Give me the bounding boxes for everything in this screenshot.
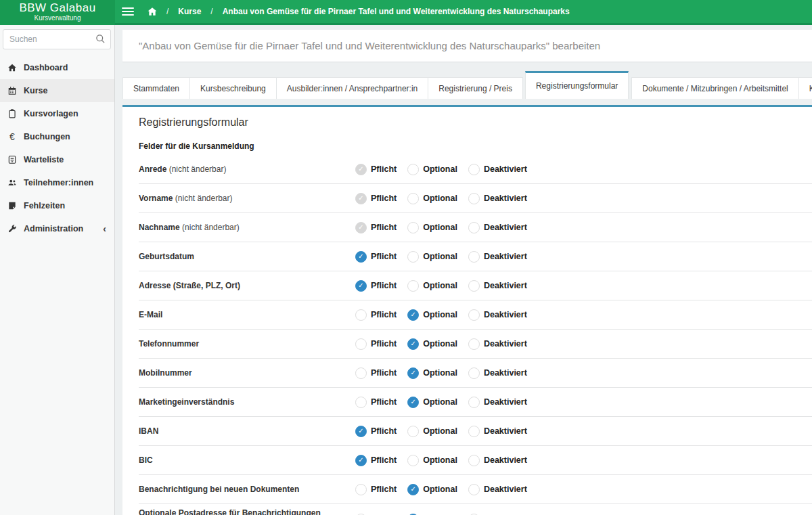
radio-option-pflicht[interactable]: ✓ Pflicht xyxy=(355,455,397,466)
panel-subheading: Felder für die Kursanmeldung xyxy=(139,141,812,151)
radio-deaktiviert[interactable] xyxy=(468,397,480,408)
tab-stammdaten[interactable]: Stammdaten xyxy=(122,77,190,99)
radio-option-pflicht[interactable]: Pflicht xyxy=(355,367,397,379)
tab-registrierungsformular[interactable]: Registrierungsformular xyxy=(525,71,629,99)
radio-deaktiviert[interactable] xyxy=(468,251,480,263)
radio-deaktiviert[interactable] xyxy=(468,484,480,495)
radio-deaktiviert[interactable] xyxy=(468,367,480,379)
radio-optional[interactable] xyxy=(407,164,419,175)
radio-option-optional[interactable]: ✓ Optional xyxy=(407,484,457,495)
radio-pflicht[interactable]: ✓ xyxy=(355,455,367,466)
radio-option-deaktiviert[interactable]: Deaktiviert xyxy=(468,367,527,379)
radio-pflicht[interactable] xyxy=(355,309,367,321)
radio-deaktiviert[interactable] xyxy=(468,193,480,204)
sidebar-item-teilnehmer-innen[interactable]: Teilnehmer:innen ‹ xyxy=(0,171,114,194)
brand-subtitle: Kursverwaltung xyxy=(0,14,115,22)
search-input[interactable] xyxy=(3,29,111,49)
search-icon[interactable] xyxy=(95,34,106,47)
radio-option-optional[interactable]: Optional xyxy=(407,222,457,233)
sidebar-item-buchungen[interactable]: € Buchungen ‹ xyxy=(0,125,114,148)
radio-pflicht[interactable] xyxy=(355,484,367,495)
radio-option-pflicht[interactable]: Pflicht xyxy=(355,484,397,495)
radio-option-deaktiviert[interactable]: Deaktiviert xyxy=(468,338,527,350)
radio-optional[interactable] xyxy=(407,455,419,466)
radio-option-optional[interactable]: Optional xyxy=(407,455,457,466)
radio-option-optional[interactable]: Optional xyxy=(407,280,457,292)
radio-optional[interactable]: ✓ xyxy=(407,367,419,379)
radio-option-pflicht[interactable]: ✓ Pflicht xyxy=(355,251,397,263)
radio-pflicht: ✓ xyxy=(355,193,367,204)
sidebar-item-administration[interactable]: Administration ‹ xyxy=(0,217,114,240)
radio-deaktiviert[interactable] xyxy=(468,164,480,175)
radio-option-pflicht[interactable]: Pflicht xyxy=(355,309,397,321)
radio-option-deaktiviert[interactable]: Deaktiviert xyxy=(468,222,527,233)
radio-option-label: Pflicht xyxy=(371,339,397,349)
radio-optional[interactable]: ✓ xyxy=(407,484,419,495)
radio-option-optional[interactable]: Optional xyxy=(407,164,457,175)
radio-pflicht[interactable]: ✓ xyxy=(355,251,367,263)
radio-option-optional[interactable]: ✓ Optional xyxy=(407,397,457,408)
sidebar-item-warteliste[interactable]: Warteliste ‹ xyxy=(0,148,114,171)
radio-optional[interactable]: ✓ xyxy=(407,397,419,408)
radio-option-deaktiviert[interactable]: Deaktiviert xyxy=(468,309,527,321)
radio-option-pflicht[interactable]: ✓ Pflicht xyxy=(355,426,397,437)
tab-kurstermine[interactable]: Kurstermine xyxy=(798,77,812,99)
radio-deaktiviert[interactable] xyxy=(468,338,480,350)
radio-option-optional[interactable]: ✓ Optional xyxy=(407,338,457,350)
radio-option-label: Deaktiviert xyxy=(484,223,527,232)
radio-optional[interactable] xyxy=(407,222,419,233)
radio-option-pflicht[interactable]: ✓ Pflicht xyxy=(355,280,397,292)
breadcrumb-kurse[interactable]: Kurse xyxy=(178,7,201,16)
radio-optional[interactable]: ✓ xyxy=(407,309,419,321)
sidebar-item-fehlzeiten[interactable]: Fehlzeiten ‹ xyxy=(0,194,114,217)
radio-option-pflicht[interactable]: Pflicht xyxy=(355,397,397,408)
sidebar-item-kursvorlagen[interactable]: Kursvorlagen ‹ xyxy=(0,102,114,125)
brand-logo[interactable]: BBW Galabau Kursverwaltung xyxy=(0,0,115,25)
radio-optional[interactable] xyxy=(407,280,419,292)
radio-option-deaktiviert[interactable]: Deaktiviert xyxy=(468,164,527,175)
field-label: Nachname (nicht änderbar) xyxy=(139,221,355,233)
radio-pflicht[interactable]: ✓ xyxy=(355,426,367,437)
home-icon[interactable] xyxy=(148,7,157,16)
radio-option-deaktiviert[interactable]: Deaktiviert xyxy=(468,455,527,466)
radio-deaktiviert[interactable] xyxy=(468,222,480,233)
sidebar: Dashboard ‹ Kurse ‹ Kursvorlagen ‹ € Buc… xyxy=(0,25,115,515)
radio-optional[interactable]: ✓ xyxy=(407,338,419,350)
radio-group: ✓ Pflicht Optional Deaktiviert xyxy=(355,193,538,204)
tab-dokumente-mitzubringen-arbeitsmittel[interactable]: Dokumente / Mitzubringen / Arbeitsmittel xyxy=(631,77,798,99)
radio-option-deaktiviert[interactable]: Deaktiviert xyxy=(468,280,527,292)
radio-option-deaktiviert[interactable]: Deaktiviert xyxy=(468,193,527,204)
radio-option-deaktiviert[interactable]: Deaktiviert xyxy=(468,251,527,263)
radio-optional[interactable] xyxy=(407,426,419,437)
radio-optional[interactable] xyxy=(407,251,419,263)
sidebar-item-kurse[interactable]: Kurse ‹ xyxy=(0,79,114,102)
radio-option-deaktiviert[interactable]: Deaktiviert xyxy=(468,484,527,495)
radio-group: ✓ Pflicht Optional Deaktiviert xyxy=(355,426,538,437)
radio-option-optional[interactable]: ✓ Optional xyxy=(407,309,457,321)
radio-deaktiviert[interactable] xyxy=(468,426,480,437)
radio-option-label: Optional xyxy=(423,223,457,232)
radio-optional[interactable] xyxy=(407,193,419,204)
radio-option-deaktiviert[interactable]: Deaktiviert xyxy=(468,426,527,437)
radio-pflicht[interactable]: ✓ xyxy=(355,280,367,292)
radio-deaktiviert[interactable] xyxy=(468,309,480,321)
radio-pflicht[interactable] xyxy=(355,367,367,379)
radio-option-optional[interactable]: Optional xyxy=(407,251,457,263)
radio-deaktiviert[interactable] xyxy=(468,280,480,292)
menu-toggle-icon[interactable] xyxy=(122,5,134,18)
radio-option-optional[interactable]: Optional xyxy=(407,193,457,204)
radio-option-label: Optional xyxy=(423,397,457,407)
radio-option-deaktiviert[interactable]: Deaktiviert xyxy=(468,397,527,408)
radio-option-optional[interactable]: ✓ Optional xyxy=(407,367,457,379)
radio-option-label: Pflicht xyxy=(371,310,397,319)
form-field-row: Telefonnummer Pflicht ✓ Optional Deaktiv… xyxy=(139,330,812,359)
tab-registrierung-preis[interactable]: Registrierung / Preis xyxy=(428,77,523,99)
radio-pflicht[interactable] xyxy=(355,397,367,408)
radio-option-pflicht[interactable]: Pflicht xyxy=(355,338,397,350)
radio-pflicht[interactable] xyxy=(355,338,367,350)
sidebar-item-dashboard[interactable]: Dashboard ‹ xyxy=(0,56,114,79)
tab-ausbilder-innen-ansprechpartner-in[interactable]: Ausbilder:innen / Ansprechpartner:in xyxy=(276,77,428,99)
tab-kursbeschreibung[interactable]: Kursbeschreibung xyxy=(189,77,277,99)
radio-deaktiviert[interactable] xyxy=(468,455,480,466)
radio-option-optional[interactable]: Optional xyxy=(407,426,457,437)
